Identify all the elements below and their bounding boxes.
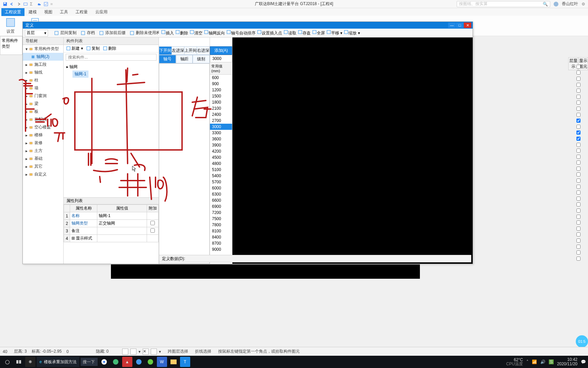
layer-chk-27[interactable] bbox=[576, 227, 581, 231]
tray-vol-icon[interactable]: 🔊 bbox=[540, 359, 545, 364]
wps-icon[interactable]: W bbox=[157, 357, 167, 367]
grid-tab-2[interactable]: 上开间 bbox=[184, 47, 197, 55]
main-tab-3[interactable]: 工具 bbox=[56, 8, 71, 16]
layer-chk-31[interactable] bbox=[576, 250, 581, 255]
edge-icon[interactable] bbox=[134, 357, 144, 367]
grid-tool-10[interactable]: 缩放 ▾ bbox=[344, 30, 360, 36]
explorer-icon[interactable] bbox=[168, 357, 179, 367]
settings-icon[interactable]: ⚙ bbox=[582, 2, 585, 6]
top-search[interactable]: 按图纸、按实算🔍 bbox=[457, 1, 550, 7]
layer-chk-3[interactable] bbox=[576, 83, 581, 87]
grid-sub-2[interactable]: 级别 bbox=[193, 55, 210, 63]
layer-chk-8[interactable] bbox=[576, 113, 581, 117]
main-tab-4[interactable]: 工程量 bbox=[72, 8, 91, 16]
nav-item-9[interactable]: ▸ 装配式 bbox=[23, 116, 63, 123]
grid-tab-0[interactable]: 下开间 bbox=[159, 47, 172, 55]
nav-item-3[interactable]: ▸ 轴线 bbox=[23, 68, 63, 76]
common-val[interactable]: 9000 bbox=[210, 246, 232, 252]
common-val[interactable]: 600 bbox=[210, 75, 232, 81]
grid-sub-0[interactable]: 轴号 bbox=[159, 55, 176, 63]
fan-icon[interactable]: ❋ bbox=[25, 357, 35, 367]
comp-item[interactable]: 轴网-1 bbox=[72, 71, 88, 78]
check-icon[interactable] bbox=[44, 2, 48, 6]
grid-tab-1[interactable]: 左进深 bbox=[172, 47, 184, 55]
main-tab-5[interactable]: 云应用 bbox=[92, 8, 111, 16]
common-val[interactable]: 7200 bbox=[210, 210, 232, 216]
common-val[interactable]: 4500 bbox=[210, 154, 232, 160]
layer-chk-2[interactable] bbox=[576, 77, 581, 81]
layer-chk-21[interactable] bbox=[576, 190, 581, 195]
main-tab-2[interactable]: 视图 bbox=[41, 8, 56, 16]
prop-val[interactable]: 轴网-1 bbox=[97, 212, 147, 220]
layer-chk-22[interactable] bbox=[576, 197, 581, 201]
nav-item-6[interactable]: ▸ 门窗洞 bbox=[23, 92, 63, 100]
close-button[interactable]: ✕ bbox=[464, 22, 471, 28]
region-icon[interactable] bbox=[23, 2, 28, 6]
layer-chk-7[interactable] bbox=[576, 107, 581, 111]
layer-chk-32[interactable] bbox=[576, 257, 581, 261]
preview-canvas[interactable] bbox=[232, 37, 473, 264]
nav-item-1[interactable]: 轴网(J) bbox=[23, 53, 63, 61]
grid-tool-1[interactable]: 删除 bbox=[175, 30, 188, 36]
prop-att[interactable] bbox=[147, 227, 159, 235]
common-val[interactable]: 2400 bbox=[210, 111, 232, 118]
common-val[interactable]: 5700 bbox=[210, 179, 232, 185]
grid-value-input[interactable]: 3000 bbox=[210, 55, 232, 62]
layer-chk-30[interactable] bbox=[576, 245, 581, 249]
tray-ime-icon[interactable]: S bbox=[549, 359, 554, 364]
prop-att[interactable] bbox=[147, 220, 159, 227]
common-val[interactable]: 3000 bbox=[210, 124, 232, 130]
common-val[interactable]: 900 bbox=[210, 81, 232, 87]
layer-chk-9[interactable] bbox=[576, 119, 581, 123]
app-icon[interactable]: T bbox=[180, 357, 190, 367]
common-val[interactable]: 1500 bbox=[210, 93, 232, 99]
comp-tool-0[interactable]: 新建 ▾ bbox=[66, 46, 83, 51]
common-val[interactable]: 8100 bbox=[210, 228, 232, 234]
layer-chk-25[interactable] bbox=[576, 215, 581, 219]
nav-item-15[interactable]: ▸ 其它 bbox=[23, 163, 63, 170]
prop-att[interactable] bbox=[147, 235, 159, 242]
chrome-icon[interactable] bbox=[99, 357, 109, 367]
common-val[interactable]: 4800 bbox=[210, 160, 232, 167]
common-val[interactable]: 6900 bbox=[210, 203, 232, 210]
main-tab-0[interactable]: 工程设置 bbox=[1, 8, 24, 16]
common-val[interactable]: 1800 bbox=[210, 99, 232, 105]
layer-chk-11[interactable] bbox=[576, 131, 581, 135]
main-canvas[interactable] bbox=[111, 264, 420, 279]
sel-polyline[interactable]: 折线选择 bbox=[195, 349, 211, 354]
layer-chk-28[interactable] bbox=[576, 232, 581, 236]
layer-chk-1[interactable] bbox=[576, 71, 581, 75]
prop-att[interactable] bbox=[147, 212, 159, 220]
prop-val[interactable] bbox=[97, 227, 147, 235]
start-icon[interactable]: ◯ bbox=[2, 357, 12, 367]
layer-chk-18[interactable] bbox=[576, 172, 581, 177]
nav-item-14[interactable]: ▸ 基础 bbox=[23, 155, 63, 163]
grid-icon[interactable] bbox=[130, 349, 136, 355]
tray-up-icon[interactable]: ˄ bbox=[526, 359, 528, 364]
common-val[interactable]: 3900 bbox=[210, 142, 232, 148]
floor-select[interactable]: 首层▾ bbox=[25, 30, 48, 36]
common-val[interactable]: 5100 bbox=[210, 167, 232, 173]
sigma-icon[interactable]: Σ bbox=[30, 2, 35, 6]
common-val[interactable]: 3600 bbox=[210, 136, 232, 142]
save-icon[interactable] bbox=[3, 2, 7, 6]
nav-item-16[interactable]: ▸ 自定义 bbox=[23, 170, 63, 178]
layer-chk-14[interactable] bbox=[576, 149, 581, 153]
undo-icon[interactable] bbox=[10, 2, 14, 6]
nav-item-8[interactable]: ▸ 板 bbox=[23, 108, 63, 116]
comp-tool-2[interactable]: 删除 bbox=[103, 46, 116, 51]
common-val[interactable]: 8700 bbox=[210, 240, 232, 246]
layer-chk-6[interactable] bbox=[576, 101, 581, 105]
layer-chk-10[interactable] bbox=[576, 125, 581, 129]
layer-chk-16[interactable] bbox=[576, 160, 581, 165]
min-button[interactable]: — bbox=[448, 22, 456, 28]
def-tool-2[interactable]: 添加前后缀 bbox=[97, 29, 128, 36]
common-val[interactable]: 5400 bbox=[210, 173, 232, 179]
common-val[interactable]: 7500 bbox=[210, 216, 232, 222]
grid-tool-3[interactable]: 轴网反向 bbox=[204, 30, 225, 36]
grid-tool-6[interactable]: 读取 bbox=[283, 30, 296, 36]
common-val[interactable]: 6000 bbox=[210, 185, 232, 191]
grid-tool-0[interactable]: 插入 bbox=[161, 30, 174, 36]
prop-val[interactable] bbox=[97, 235, 147, 242]
line-icon[interactable] bbox=[151, 349, 157, 355]
